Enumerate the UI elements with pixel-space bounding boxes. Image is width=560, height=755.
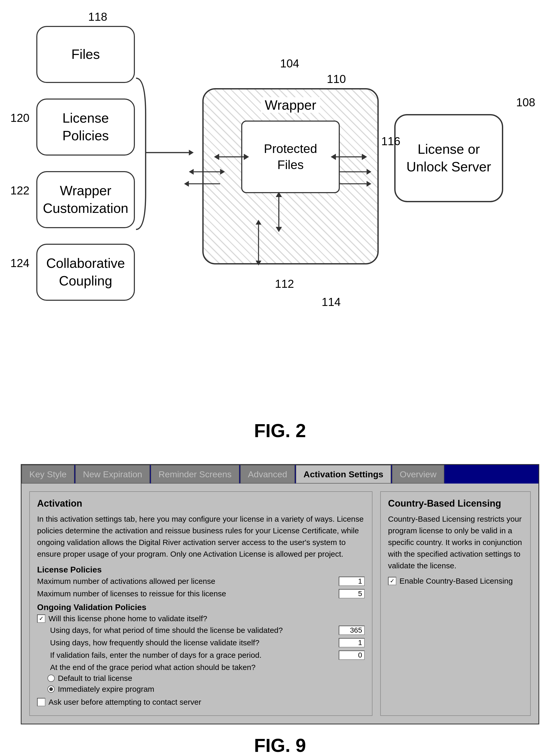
wrapper-section: 104 110 Wrapper Protected Files [202, 88, 379, 264]
radio-row-1: Default to trial license [47, 674, 365, 683]
field4-input[interactable] [339, 638, 365, 647]
field1-label: Maximum number of activations allowed pe… [37, 577, 339, 586]
field1-input[interactable] [339, 577, 365, 586]
field-row-2: Maximum number of licenses to reissue fo… [37, 589, 365, 598]
svg-marker-3 [189, 169, 194, 175]
country-panel-title: Country-Based Licensing [388, 498, 523, 509]
radio2-label: Immediately expire program [58, 685, 154, 694]
ui-titlebar: Key Style New Expiration Reminder Screen… [22, 465, 538, 484]
box-wrapper-customization: Wrapper Customization [36, 171, 135, 228]
radio2[interactable] [47, 686, 55, 693]
activation-panel-title: Activation [37, 498, 365, 509]
svg-marker-1 [189, 149, 194, 155]
ref-116: 116 [381, 135, 400, 148]
box-collaborative-coupling: Collaborative Coupling [36, 244, 135, 301]
field-row-1: Maximum number of activations allowed pe… [37, 577, 365, 586]
radio1[interactable] [47, 675, 55, 682]
ui-content: Activation In this activation settings t… [22, 484, 538, 723]
page: 118 Files 120 License Policies 122 [0, 0, 560, 755]
ref-104: 104 [280, 57, 299, 70]
country-checkbox-row: ✓ Enable Country-Based Licensing [388, 577, 523, 586]
license-server-box: License or Unlock Server [394, 114, 503, 202]
field2-label: Maximum number of licenses to reissue fo… [37, 589, 339, 598]
left-boxes: 118 Files 120 License Policies 122 [36, 26, 135, 301]
fig2-caption: FIG. 2 [21, 415, 539, 441]
ref-112: 112 [275, 278, 294, 290]
svg-marker-17 [184, 181, 189, 187]
ref-108: 108 [516, 96, 535, 109]
wrapper-box: Wrapper Protected Files [202, 88, 379, 264]
field3-label: Using days, for what period of time shou… [50, 626, 339, 635]
checkbox2[interactable] [37, 698, 45, 706]
radio1-label: Default to trial license [58, 674, 132, 683]
ref-120: 120 [11, 111, 29, 124]
svg-marker-22 [331, 154, 336, 160]
tab-key-style[interactable]: Key Style [22, 465, 75, 484]
ref-124: 124 [11, 257, 29, 270]
checkbox-row-1: ✓ Will this license phone home to valida… [37, 614, 365, 623]
tab-reminder-screens[interactable]: Reminder Screens [151, 465, 239, 484]
country-description: Country-Based Licensing restricts your p… [388, 513, 523, 571]
svg-marker-26 [276, 227, 282, 232]
field-row-4: Using days, how frequently should the li… [50, 638, 365, 647]
ui-window: Key Style New Expiration Reminder Screen… [21, 464, 539, 725]
svg-marker-19 [214, 154, 219, 160]
box-files: Files [36, 26, 135, 83]
radio-row-2: Immediately expire program [47, 685, 365, 694]
checkbox1[interactable]: ✓ [37, 614, 45, 623]
ref-114: 114 [322, 295, 341, 308]
ongoing-validation-label: Ongoing Validation Policies [37, 603, 365, 612]
fig9-section: Key Style New Expiration Reminder Screen… [21, 464, 539, 755]
fig9-caption: FIG. 9 [21, 735, 539, 755]
tab-new-expiration[interactable]: New Expiration [75, 465, 150, 484]
field-row-3: Using days, for what period of time shou… [50, 626, 365, 635]
tab-advanced[interactable]: Advanced [240, 465, 295, 484]
activation-description: In this activation settings tab, here yo… [37, 513, 365, 560]
tab-overview[interactable]: Overview [392, 465, 444, 484]
ref-110: 110 [327, 73, 346, 85]
field-row-5: If validation fails, enter the number of… [50, 651, 365, 660]
field5-input[interactable] [339, 651, 365, 660]
fig2-section: 118 Files 120 License Policies 122 [21, 16, 539, 443]
checkbox1-label: Will this license phone home to validate… [48, 614, 207, 623]
field2-input[interactable] [339, 589, 365, 598]
field5-label: If validation fails, enter the number of… [50, 651, 339, 659]
svg-marker-20 [244, 154, 249, 160]
ref-118: 118 [88, 11, 107, 23]
svg-marker-25 [276, 192, 282, 197]
country-checkbox-label: Enable Country-Based Licensing [399, 577, 513, 586]
field3-input[interactable] [339, 626, 365, 635]
ref-122: 122 [11, 184, 29, 197]
checkbox-row-2: Ask user before attempting to contact se… [37, 698, 365, 707]
left-panel: Activation In this activation settings t… [29, 491, 373, 716]
field4-label: Using days, how frequently should the li… [50, 638, 339, 647]
box-license-policies: License Policies [36, 99, 135, 156]
country-checkbox[interactable]: ✓ [388, 577, 396, 585]
right-panel: Country-Based Licensing Country-Based Li… [380, 491, 531, 716]
fig2-diagram: 118 Files 120 License Policies 122 [21, 16, 539, 410]
svg-marker-23 [362, 154, 367, 160]
license-policies-label: License Policies [37, 565, 365, 574]
checkbox2-label: Ask user before attempting to contact se… [48, 698, 201, 707]
tab-activation-settings[interactable]: Activation Settings [296, 465, 391, 484]
grace-action-label: At the end of the grace period what acti… [50, 663, 365, 672]
